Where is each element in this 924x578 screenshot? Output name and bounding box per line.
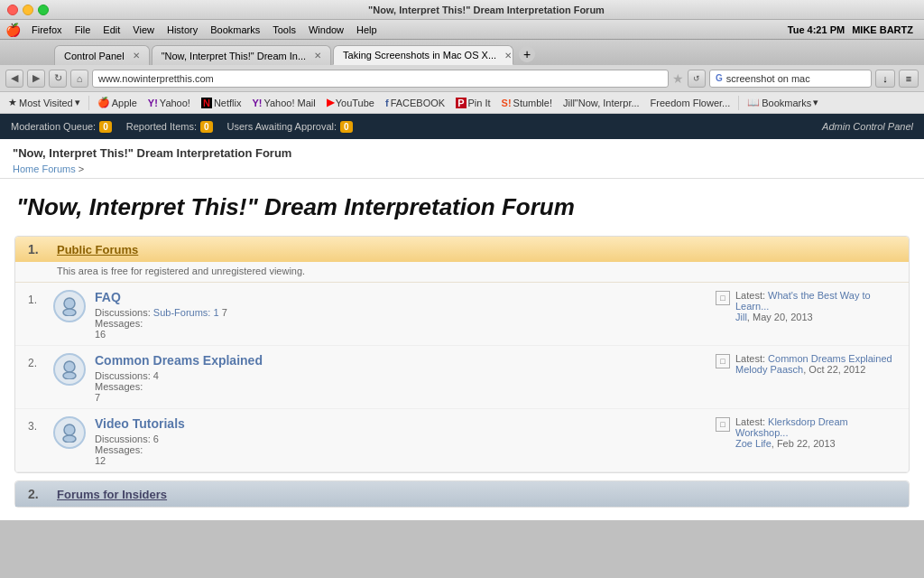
bookmark-stumbleupon[interactable]: S! Stumble! xyxy=(497,96,557,110)
bookmark-netflix[interactable]: N Netflix xyxy=(197,96,246,110)
forum-meta: Discussions: Sub-Forums: 1 7 Messages: 1… xyxy=(95,307,707,340)
section-number: 1. xyxy=(28,242,46,256)
bookmark-facebook[interactable]: f FACEBOOK xyxy=(381,96,449,110)
tab-close-button[interactable]: ✕ xyxy=(133,51,140,61)
forum-icon xyxy=(53,353,86,386)
menu-file[interactable]: File xyxy=(69,23,97,37)
forum-row-video-tutorials: 3. Video Tutorials Discussions: 6 Messag… xyxy=(15,409,909,472)
latest-post-icon: □ xyxy=(716,417,730,432)
bookmark-label: Bookmarks xyxy=(762,98,811,108)
bookmark-label: Yahoo! xyxy=(160,98,190,108)
tab-screenshots[interactable]: Taking Screenshots in Mac OS X... ✕ xyxy=(333,45,513,65)
bookmark-label: Apple xyxy=(112,98,137,108)
discussions-count: 7 xyxy=(222,307,227,318)
latest-user-link[interactable]: Melody Paasch xyxy=(735,364,803,375)
search-box[interactable]: G screenshot on mac xyxy=(709,70,872,88)
bookmark-pinterest[interactable]: P Pin It xyxy=(451,96,494,110)
forum-info: Video Tutorials Discussions: 6 Messages:… xyxy=(95,416,707,466)
bookmark-most-visited[interactable]: ★ Most Visited ▾ xyxy=(4,95,85,110)
forum-name-link[interactable]: FAQ xyxy=(95,290,121,304)
bookmarks-icon: 📖 xyxy=(747,97,760,108)
messages-count: 16 xyxy=(95,329,106,340)
discussions-count: 6 xyxy=(153,434,159,444)
menu-window[interactable]: Window xyxy=(303,23,349,37)
back-button[interactable]: ◀ xyxy=(5,70,23,88)
bookmark-bookmarks-menu[interactable]: 📖 Bookmarks ▾ xyxy=(743,95,823,110)
forum-info: FAQ Discussions: Sub-Forums: 1 7 Message… xyxy=(95,290,707,340)
close-button[interactable] xyxy=(7,5,18,15)
bookmark-freedom-flower[interactable]: Freedom Flower... xyxy=(646,96,735,110)
menu-firefox[interactable]: Firefox xyxy=(26,23,68,37)
forum-meta: Discussions: 4 Messages: 7 xyxy=(95,370,707,403)
forward-button[interactable]: ▶ xyxy=(27,70,45,88)
bookmark-jill[interactable]: Jill"Now, Interpr... xyxy=(559,96,644,110)
forum-name-link[interactable]: Common Dreams Explained xyxy=(95,353,263,368)
sub-forums-link[interactable]: Sub-Forums: 1 xyxy=(153,307,219,318)
tab-control-panel[interactable]: Control Panel ✕ xyxy=(54,45,150,65)
forum-latest: □ Latest: Common Dreams Explained Melody… xyxy=(716,353,896,375)
maximize-button[interactable] xyxy=(38,5,49,15)
discussions-count: 4 xyxy=(153,370,159,381)
insider-section-name[interactable]: Forums for Insiders xyxy=(57,488,167,501)
tab-close-button[interactable]: ✕ xyxy=(314,51,321,61)
page-title: "Now, Interpret This!" Dream Interpretat… xyxy=(0,179,924,230)
menu-button[interactable]: ≡ xyxy=(899,70,919,88)
forum-latest: □ Latest: What's the Best Way to Learn..… xyxy=(716,290,896,322)
forum-number: 2. xyxy=(28,357,44,369)
discussions-label: Discussions: xyxy=(95,370,151,381)
home-button[interactable]: ⌂ xyxy=(70,70,88,88)
section-header: 1. Public Forums xyxy=(15,237,909,262)
menu-view[interactable]: View xyxy=(127,23,160,37)
tab-close-button[interactable]: ✕ xyxy=(504,51,512,61)
menu-bookmarks[interactable]: Bookmarks xyxy=(205,23,265,37)
users-awaiting[interactable]: Users Awaiting Approval: 0 xyxy=(227,121,353,133)
moderation-queue-count: 0 xyxy=(99,121,112,133)
url-input[interactable] xyxy=(92,70,669,88)
reload-button[interactable]: ↻ xyxy=(49,70,67,88)
reported-items[interactable]: Reported Items: 0 xyxy=(126,121,213,133)
admin-control-panel-link[interactable]: Admin Control Panel xyxy=(822,121,913,132)
section-name-link[interactable]: Public Forums xyxy=(57,243,138,256)
new-tab-button[interactable]: + xyxy=(519,46,535,62)
minimize-button[interactable] xyxy=(23,5,33,15)
bookmark-apple[interactable]: 🍎 Apple xyxy=(93,95,142,110)
menu-history[interactable]: History xyxy=(162,23,203,37)
menu-tools[interactable]: Tools xyxy=(267,23,301,37)
bookmark-youtube[interactable]: ▶ YouTube xyxy=(322,95,379,110)
bookmark-yahoo[interactable]: Y! Yahoo! xyxy=(143,96,195,110)
chevron-down-icon: ▾ xyxy=(75,97,80,108)
breadcrumb-forums-link[interactable]: Forums xyxy=(42,163,75,174)
messages-label: Messages: xyxy=(95,444,143,455)
bookmark-yahoo-mail[interactable]: Y! Yahoo! Mail xyxy=(247,96,319,110)
search-engine-icon: G xyxy=(716,73,723,83)
latest-user-link[interactable]: Jill xyxy=(735,312,747,322)
bookmark-label: Yahoo! Mail xyxy=(263,98,315,108)
latest-user-link[interactable]: Zoe Life xyxy=(735,438,772,449)
public-forums-section: 1. Public Forums This area is free for r… xyxy=(14,236,910,473)
latest-post-icon: □ xyxy=(716,291,730,305)
messages-label: Messages: xyxy=(95,318,143,329)
moderation-queue[interactable]: Moderation Queue: 0 xyxy=(11,121,112,133)
discussions-label: Discussions: xyxy=(95,434,151,444)
latest-text: Latest: Klerksdorp Dream Workshop... Zoe… xyxy=(735,416,896,449)
forum-number: 3. xyxy=(28,420,44,433)
forum-name-link[interactable]: Video Tutorials xyxy=(95,416,185,431)
menu-edit[interactable]: Edit xyxy=(97,23,125,37)
users-awaiting-count: 0 xyxy=(340,121,353,133)
admin-bar: Moderation Queue: 0 Reported Items: 0 Us… xyxy=(0,114,924,139)
window-controls[interactable] xyxy=(7,5,49,15)
svg-point-4 xyxy=(64,424,75,435)
download-button[interactable]: ↓ xyxy=(875,70,895,88)
menu-bar: 🍎 Firefox File Edit View History Bookmar… xyxy=(0,20,924,40)
breadcrumb-home-link[interactable]: Home xyxy=(13,163,39,174)
latest-post-link[interactable]: Common Dreams Explained xyxy=(768,353,892,364)
apple-menu[interactable]: 🍎 xyxy=(5,23,21,37)
menu-help[interactable]: Help xyxy=(351,23,383,37)
system-clock: Tue 4:21 PM xyxy=(788,24,845,35)
tab-dream-forum[interactable]: "Now, Interpret This!" Dream In... ✕ xyxy=(152,45,331,65)
bookmark-star-icon[interactable]: ★ xyxy=(672,71,684,86)
forums-container: 1. Public Forums This area is free for r… xyxy=(0,230,924,520)
youtube-icon: ▶ xyxy=(327,97,334,108)
refresh-button[interactable]: ↺ xyxy=(688,70,706,88)
tab-label: Control Panel xyxy=(64,51,125,61)
